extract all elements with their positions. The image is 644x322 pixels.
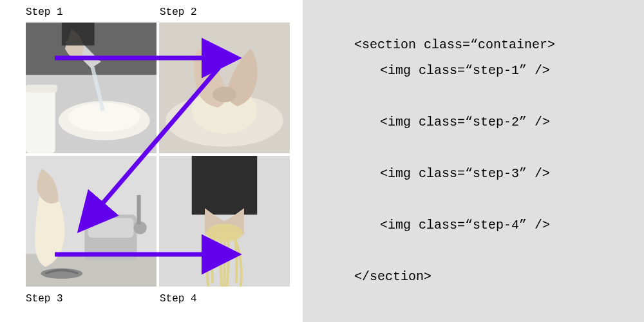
svg-point-20	[206, 224, 243, 242]
code-line-1: <section class=“container>	[354, 37, 555, 52]
step-3-image	[26, 156, 156, 287]
code-line-3: <img class=“step-2” />	[354, 109, 555, 135]
image-grid	[26, 23, 290, 287]
code-pane: <section class=“container> <img class=“s…	[303, 0, 644, 322]
code-line-2: <img class=“step-1” />	[354, 58, 555, 84]
svg-rect-6	[62, 23, 95, 46]
svg-rect-5	[26, 84, 57, 92]
step-4-image	[159, 156, 290, 287]
step-2-label: Step 2	[160, 6, 197, 18]
svg-point-10	[213, 86, 236, 102]
step-2-image	[159, 23, 290, 153]
svg-rect-16	[137, 195, 141, 225]
step-3-label: Step 3	[26, 293, 63, 305]
code-line-5: <img class=“step-4” />	[354, 213, 555, 238]
step-4-label: Step 4	[160, 293, 197, 305]
svg-point-3	[68, 103, 140, 132]
svg-rect-4	[26, 88, 55, 154]
code-line-6: </section>	[354, 269, 431, 284]
svg-rect-14	[88, 218, 133, 237]
step-1-image	[26, 23, 156, 153]
diagram-pane: Step 1 Step 2 Step 3 Step 4	[0, 0, 303, 322]
code-snippet: <section class=“container> <img class=“s…	[354, 6, 555, 316]
svg-rect-19	[192, 156, 258, 214]
step-1-label: Step 1	[26, 6, 63, 18]
code-line-4: <img class=“step-3” />	[354, 161, 555, 187]
